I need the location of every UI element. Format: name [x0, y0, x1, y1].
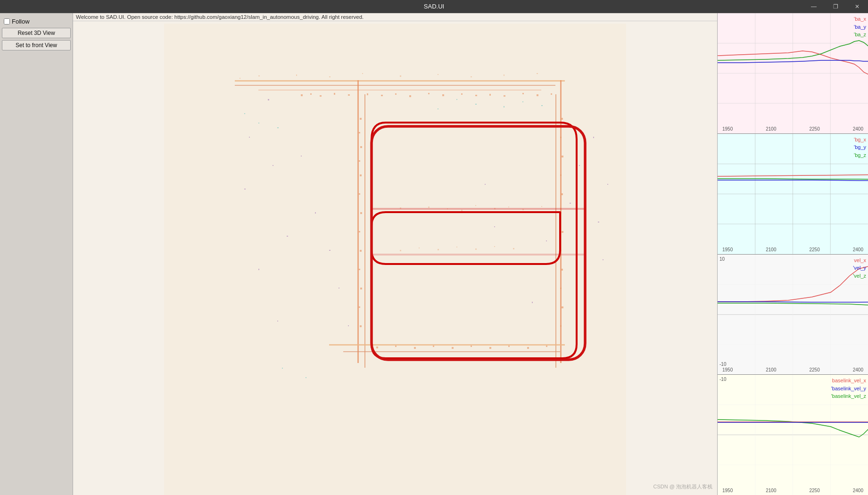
svg-rect-80 [360, 250, 362, 252]
x-label-2100: 2100 [766, 126, 776, 132]
ba-x-legend: 'ba_x [854, 15, 866, 23]
x-label-2400: 2400 [853, 367, 863, 372]
vel-y-top: 10 [719, 256, 725, 262]
svg-rect-89 [561, 193, 563, 195]
x-label-2100: 2100 [766, 488, 776, 493]
svg-rect-54 [301, 94, 303, 96]
svg-rect-17 [471, 76, 472, 77]
svg-rect-1 [235, 80, 565, 82]
svg-rect-45 [277, 127, 279, 128]
map-canvas[interactable]: CSDN @ 泡泡机器人客栈 [73, 24, 717, 495]
sidebar: Follow Reset 3D View Set to front View [0, 13, 73, 495]
baselink-vel-y-legend: 'baselink_vel_y [831, 385, 866, 393]
baselink-vel-z-legend: 'baselink_vel_z [831, 392, 866, 400]
svg-rect-69 [522, 93, 524, 94]
svg-rect-70 [537, 94, 538, 96]
chart-vel-legend: vel_x 'vel_y 'vel_z [853, 256, 866, 280]
svg-rect-91 [562, 231, 563, 233]
baselink-vel-x-legend: baselink_vel_x [831, 377, 866, 385]
svg-rect-117 [400, 250, 401, 251]
svg-rect-51 [541, 105, 543, 106]
svg-rect-59 [367, 93, 368, 95]
svg-rect-114 [508, 206, 509, 207]
svg-rect-14 [362, 73, 363, 74]
x-label-1950: 1950 [722, 488, 733, 493]
svg-rect-66 [475, 95, 477, 96]
svg-rect-65 [461, 93, 463, 95]
x-label-2100: 2100 [766, 367, 776, 372]
svg-rect-105 [527, 347, 529, 349]
titlebar: SAD.UI — ❐ ✕ [0, 0, 868, 13]
svg-rect-101 [452, 347, 454, 349]
chart-bg-x-labels: 1950 2100 2250 2400 [718, 247, 868, 252]
close-button[interactable]: ✕ [846, 0, 868, 13]
x-label-2400: 2400 [853, 126, 863, 132]
ba-z-legend: 'ba_z [854, 31, 866, 39]
svg-rect-84 [360, 325, 362, 327]
chart-vel-x-labels: 1950 2100 2250 2400 [718, 367, 868, 372]
svg-rect-48 [475, 104, 477, 105]
svg-rect-97 [376, 346, 378, 348]
svg-rect-56 [320, 95, 322, 97]
svg-rect-87 [562, 156, 563, 157]
svg-rect-106 [546, 346, 547, 347]
x-label-1950: 1950 [722, 247, 733, 252]
chart-bg-area: 'bg_x 'bg_y 'bg_z 1950 [718, 134, 868, 254]
chart-ba-legend: 'ba_x 'ba_y 'ba_z [854, 15, 866, 39]
chart-ba-x-labels: 1950 2100 2250 2400 [718, 126, 868, 132]
svg-rect-16 [438, 74, 438, 75]
svg-rect-95 [562, 306, 563, 308]
svg-rect-85 [561, 118, 563, 120]
svg-rect-52 [282, 368, 283, 369]
svg-rect-35 [532, 302, 533, 303]
x-label-2250: 2250 [810, 367, 820, 372]
svg-rect-100 [433, 346, 434, 347]
svg-rect-28 [329, 250, 331, 251]
svg-rect-19 [537, 73, 538, 74]
bg-y-legend: 'bg_y [854, 143, 866, 151]
restore-button[interactable]: ❐ [825, 0, 846, 13]
chart-bg-legend: 'bg_x 'bg_y 'bg_z [854, 136, 866, 159]
svg-rect-72 [360, 118, 362, 120]
svg-rect-47 [456, 99, 457, 100]
svg-rect-4 [357, 80, 359, 363]
svg-rect-20 [249, 137, 250, 138]
svg-rect-111 [461, 210, 463, 211]
svg-rect-3 [258, 90, 541, 91]
svg-rect-36 [546, 240, 547, 241]
window-controls: — ❐ ✕ [803, 0, 868, 13]
center-view[interactable]: Welcome to SAD.UI. Open source code: htt… [73, 13, 717, 495]
svg-rect-102 [471, 346, 472, 347]
svg-rect-76 [360, 174, 362, 176]
svg-rect-61 [395, 93, 397, 95]
svg-rect-12 [296, 74, 297, 76]
svg-rect-25 [244, 189, 246, 190]
svg-rect-60 [381, 95, 383, 96]
follow-checkbox[interactable] [4, 18, 10, 25]
svg-rect-77 [359, 193, 360, 195]
set-front-view-button[interactable]: Set to front View [2, 40, 71, 50]
reset-3d-view-button[interactable]: Reset 3D View [2, 28, 71, 38]
svg-rect-103 [489, 347, 491, 349]
svg-rect-33 [494, 226, 495, 227]
follow-checkbox-container[interactable]: Follow [2, 17, 71, 26]
main-layout: Follow Reset 3D View Set to front View W… [0, 13, 868, 495]
svg-rect-10 [240, 78, 240, 79]
svg-rect-82 [360, 288, 362, 289]
svg-rect-41 [603, 259, 603, 260]
svg-rect-32 [485, 184, 486, 185]
svg-rect-94 [560, 288, 562, 289]
svg-rect-58 [348, 94, 350, 96]
svg-rect-2 [235, 85, 555, 86]
minimize-button[interactable]: — [803, 0, 825, 13]
svg-rect-46 [438, 108, 438, 109]
svg-rect-68 [504, 95, 505, 97]
svg-rect-99 [414, 347, 416, 349]
svg-rect-22 [287, 236, 288, 237]
svg-rect-62 [409, 95, 411, 97]
svg-rect-9 [343, 351, 560, 352]
svg-rect-104 [508, 346, 510, 347]
status-message: Welcome to SAD.UI. Open source code: htt… [76, 14, 364, 20]
svg-rect-79 [359, 231, 360, 232]
chart-bg-svg [718, 134, 868, 254]
